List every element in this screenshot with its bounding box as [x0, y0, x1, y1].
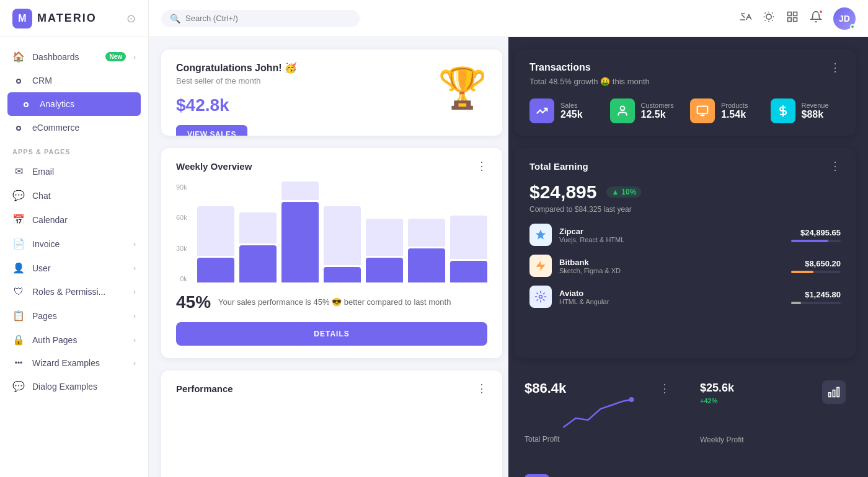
- sidebar-item-ecommerce[interactable]: eCommerce: [0, 116, 148, 139]
- products-value: 1.54k: [721, 109, 748, 120]
- transactions-title: Transactions: [529, 62, 591, 73]
- sidebar-item-label: Roles & Permissi...: [32, 287, 126, 297]
- bar-chart-icon: [822, 380, 846, 404]
- new-project-card: ⋮ New Project 862 -18% Yearly Project: [515, 464, 680, 477]
- zipcar-progress: [791, 240, 841, 242]
- bitbank-value: $8,650.20: [791, 259, 841, 268]
- view-sales-button[interactable]: VIEW SALES: [176, 125, 247, 136]
- sidebar-item-invoice[interactable]: 📄 Invoice ›: [0, 232, 148, 256]
- earning-amount-row: $24,895 ▲ 10%: [529, 182, 841, 203]
- bar-stats-card: 2,856: [690, 464, 856, 477]
- sidebar-item-chat[interactable]: 💬 Chat: [0, 183, 148, 208]
- bar-light: [281, 182, 319, 200]
- chevron-icon: ›: [133, 53, 136, 61]
- sidebar-item-analytics[interactable]: Analytics: [7, 92, 141, 116]
- section-label-apps: APPS & PAGES: [0, 139, 148, 159]
- customers-value: 12.5k: [641, 109, 674, 120]
- sidebar-logo: M MATERIO ⊙: [0, 0, 148, 37]
- avatar[interactable]: JD: [833, 7, 856, 30]
- app-name: MATERIO: [37, 12, 97, 25]
- sidebar-item-label: Pages: [32, 311, 126, 321]
- theme-icon[interactable]: [763, 11, 775, 26]
- transactions-subtitle: Total 48.5% growth 🤑 this month: [529, 77, 841, 86]
- sidebar-item-crm[interactable]: CRM: [0, 69, 148, 92]
- y-label: 60k: [176, 214, 187, 221]
- dot-icon: [20, 98, 32, 110]
- new-badge: New: [105, 52, 126, 61]
- bitbank-info: Bitbank Sketch, Figma & XD: [559, 258, 784, 274]
- chat-icon: 💬: [12, 190, 25, 201]
- sidebar-item-email[interactable]: ✉ Email: [0, 159, 148, 183]
- sidebar-item-user[interactable]: 👤 User ›: [0, 256, 148, 280]
- search-box[interactable]: 🔍: [161, 10, 360, 27]
- earning-amount: $24,895: [529, 182, 596, 203]
- congrats-card: Congratulations John! 🥳 Best seller of t…: [161, 50, 502, 136]
- dialog-icon: 💬: [12, 380, 25, 392]
- total-earning-card: Total Earning ⋮ $24,895 ▲ 10% Compared t…: [515, 148, 856, 358]
- products-icon-box: [690, 98, 715, 123]
- sidebar-item-label: Email: [32, 167, 136, 177]
- performance-menu-icon[interactable]: ⋮: [476, 383, 487, 394]
- topbar: 🔍 JD: [149, 0, 868, 37]
- chart-y-labels: 90k 60k 30k 0k: [176, 183, 187, 282]
- sidebar-item-label: Analytics: [40, 99, 128, 109]
- topbar-right: JD: [739, 7, 856, 30]
- notification-icon[interactable]: [810, 11, 822, 26]
- bar-light: [366, 219, 403, 256]
- stat-sales: Sales 245k: [529, 98, 600, 123]
- stat-customers: Customers 12.5k: [610, 98, 681, 123]
- chevron-icon: ›: [133, 287, 136, 296]
- svg-point-5: [620, 107, 624, 111]
- earning-menu-icon[interactable]: ⋮: [830, 160, 841, 172]
- dot-icon: [12, 75, 25, 86]
- bitbank-right: $8,650.20: [791, 259, 841, 273]
- bar-group: [239, 212, 277, 282]
- bar-light: [450, 216, 487, 259]
- transactions-card: Transactions ⋮ Total 48.5% growth 🤑 this…: [515, 50, 856, 136]
- customers-icon-box: [610, 98, 635, 123]
- svg-rect-12: [837, 388, 839, 397]
- transaction-stats: Sales 245k Customers 12.5k: [529, 98, 841, 123]
- products-label: Products: [721, 102, 748, 109]
- svg-rect-2: [794, 12, 797, 16]
- notification-dot: [818, 9, 823, 14]
- sidebar-item-wizard[interactable]: ••• Wizard Examples ›: [0, 352, 148, 374]
- weekly-menu-icon[interactable]: ⋮: [476, 160, 487, 172]
- bitbank-logo: [529, 255, 552, 277]
- sidebar-item-calendar[interactable]: 📅 Calendar: [0, 208, 148, 232]
- avatar-initials: JD: [839, 14, 850, 24]
- weekly-desc: Your sales performance is 45% 😎 better c…: [218, 297, 451, 308]
- bar-group: [324, 206, 361, 282]
- bitbank-name: Bitbank: [559, 258, 784, 267]
- svg-point-10: [539, 295, 542, 299]
- bar-purple: [197, 258, 234, 282]
- zipcar-info: Zipcar Vuejs, React & HTML: [559, 227, 784, 243]
- sidebar-item-roles[interactable]: 🛡 Roles & Permissi... ›: [0, 280, 148, 304]
- bar-purple: [366, 258, 403, 282]
- sidebar-item-auth[interactable]: 🔒 Auth Pages ›: [0, 328, 148, 352]
- search-input[interactable]: [185, 14, 351, 23]
- svg-rect-1: [788, 12, 792, 16]
- chevron-icon: ›: [133, 240, 136, 248]
- grid-icon[interactable]: [786, 11, 799, 26]
- sidebar-item-label: CRM: [32, 76, 136, 85]
- weekly-profit-card: $25.6k +42% Weekly Profit: [690, 370, 856, 454]
- translate-icon[interactable]: [739, 11, 751, 26]
- up-arrow: ▲: [611, 188, 619, 196]
- sidebar-item-dialog[interactable]: 💬 Dialog Examples: [0, 374, 148, 398]
- target-icon[interactable]: ⊙: [126, 12, 136, 25]
- weekly-profit-label: Weekly Profit: [700, 435, 846, 444]
- revenue-value: $88k: [802, 109, 829, 120]
- sidebar-item-dashboards[interactable]: 🏠 Dashboards New ›: [0, 45, 148, 69]
- aviato-value: $1,245.80: [791, 290, 841, 299]
- details-button[interactable]: DETAILS: [176, 322, 487, 346]
- svg-rect-3: [788, 18, 792, 22]
- sidebar-item-pages[interactable]: 📋 Pages ›: [0, 304, 148, 328]
- transactions-menu-icon[interactable]: ⋮: [830, 62, 841, 73]
- products-info: Products 1.54k: [721, 102, 748, 120]
- earning-list: Zipcar Vuejs, React & HTML $24,895.65: [529, 224, 841, 308]
- chevron-icon: ›: [133, 312, 136, 320]
- chevron-icon: ›: [133, 336, 136, 344]
- aviato-name: Aviato: [559, 289, 784, 298]
- profit-menu[interactable]: ⋮: [659, 383, 670, 394]
